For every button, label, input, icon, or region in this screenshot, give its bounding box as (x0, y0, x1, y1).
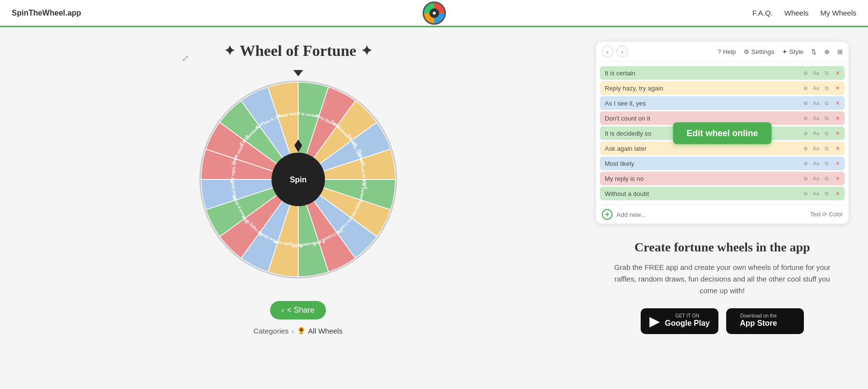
editor-back-btn[interactable]: ‹ (602, 46, 613, 57)
app-store-badge[interactable]: Download on the App Store (726, 308, 804, 334)
share-label: < Share (287, 306, 314, 315)
item-hide-btn[interactable]: ⊗ (801, 70, 810, 76)
breadcrumb-current: 🌻 All Wheels (297, 326, 342, 335)
item-font-btn[interactable]: Aa (812, 130, 820, 136)
list-item: Most likely ⊗ Aa ⧉ ✕ (600, 157, 845, 170)
item-delete-btn[interactable]: ✕ (833, 176, 842, 182)
app-badges: ▶ GET IT ON Google Play Download on the … (596, 308, 849, 334)
item-label: Most likely (600, 157, 798, 170)
nav-wheels[interactable]: Wheels (784, 9, 809, 17)
item-delete-btn[interactable]: ✕ (833, 191, 842, 197)
editor-toolbar-left: ‹ › (602, 46, 628, 57)
editor-tab-help[interactable]: ? Help (717, 48, 736, 55)
item-label: It is certain (600, 66, 798, 80)
list-item: It is certain ⊗ Aa ⧉ ✕ (600, 66, 845, 80)
google-play-bottom: Google Play (665, 318, 710, 329)
item-hide-btn[interactable]: ⊗ (801, 176, 810, 182)
spin-logo (423, 1, 446, 25)
expand-icon[interactable]: ⤢ (182, 53, 189, 64)
editor-forward-btn[interactable]: › (616, 46, 628, 57)
editor-footer: + Text ⟳ Color (596, 205, 849, 224)
style-icon: ✦ (782, 48, 787, 55)
promo-title: Create fortune wheels in the app (596, 240, 849, 255)
item-font-btn[interactable]: Aa (812, 160, 820, 166)
editor-items-list: Edit wheel online It is certain ⊗ Aa ⧉ ✕… (596, 62, 849, 205)
item-font-btn[interactable]: Aa (812, 176, 820, 181)
edit-wheel-online-button[interactable]: Edit wheel online (673, 123, 771, 144)
item-font-btn[interactable]: Aa (812, 145, 820, 151)
left-panel: ✦ Wheel of Fortune ✦ ⤢ (19, 37, 577, 339)
nav-my-wheels[interactable]: My Wheels (820, 9, 856, 17)
app-store-top: Download on the (740, 314, 777, 318)
item-font-btn[interactable]: Aa (812, 70, 820, 76)
item-hide-btn[interactable]: ⊗ (801, 160, 810, 167)
item-actions: ⊗ Aa ⧉ ✕ (798, 115, 845, 122)
item-copy-btn[interactable]: ⧉ (822, 191, 831, 197)
item-hide-btn[interactable]: ⊗ (801, 100, 810, 106)
wheel-title-text: Wheel of Fortune (240, 42, 357, 60)
editor-globe-btn[interactable]: ⊕ (824, 48, 830, 55)
item-actions: ⊗ Aa ⧉ ✕ (798, 85, 845, 91)
share-button[interactable]: ‹ < Share (270, 301, 326, 319)
settings-icon: ⚙ (744, 48, 749, 55)
logo-text: SpinTheWheel.app (12, 9, 81, 18)
promo-section: Create fortune wheels in the app Grab th… (596, 235, 849, 339)
nav-faq[interactable]: F.A.Q. (752, 9, 773, 17)
item-copy-btn[interactable]: ⧉ (822, 160, 831, 167)
item-copy-btn[interactable]: ⧉ (822, 100, 831, 106)
main-content: ✦ Wheel of Fortune ✦ ⤢ (0, 27, 868, 349)
editor-tab-settings[interactable]: ⚙ Settings (744, 48, 774, 55)
item-hide-btn[interactable]: ⊗ (801, 115, 810, 122)
item-font-btn[interactable]: Aa (812, 100, 820, 106)
item-font-btn[interactable]: Aa (812, 85, 820, 91)
google-play-badge[interactable]: ▶ GET IT ON Google Play (641, 308, 718, 334)
item-actions: ⊗ Aa ⧉ ✕ (798, 130, 845, 137)
style-label: Style (789, 48, 803, 55)
breadcrumb-categories[interactable]: Categories (254, 327, 289, 335)
editor-sort-btn[interactable]: ⇅ (811, 48, 817, 55)
item-actions: ⊗ Aa ⧉ ✕ (798, 100, 845, 106)
wheel-title: ✦ Wheel of Fortune ✦ (224, 42, 373, 60)
item-delete-btn[interactable]: ✕ (833, 130, 842, 137)
item-copy-btn[interactable]: ⧉ (822, 85, 831, 91)
item-font-btn[interactable]: Aa (812, 115, 820, 121)
app-store-bottom: App Store (740, 318, 777, 329)
add-item-button[interactable]: + (602, 209, 613, 220)
item-font-btn[interactable]: Aa (812, 191, 820, 196)
google-play-top: GET IT ON (665, 314, 710, 318)
item-hide-btn[interactable]: ⊗ (801, 191, 810, 197)
editor-tab-style[interactable]: ✦ Style (782, 48, 803, 55)
editor-grid-btn[interactable]: ⊞ (837, 48, 843, 55)
item-copy-btn[interactable]: ⧉ (822, 145, 831, 152)
wheel-editor: ‹ › ? Help ⚙ Settings ✦ Style (596, 42, 849, 224)
header-logo (423, 1, 446, 25)
item-copy-btn[interactable]: ⧉ (822, 130, 831, 137)
svg-marker-24 (293, 70, 303, 76)
footer-text-color: Text ⟳ Color (810, 211, 843, 218)
editor-toolbar: ‹ › ? Help ⚙ Settings ✦ Style (596, 42, 849, 62)
breadcrumb-all-wheels-label: All Wheels (308, 327, 342, 335)
item-copy-btn[interactable]: ⧉ (822, 176, 831, 182)
item-label: Without a doubt (600, 187, 798, 200)
item-delete-btn[interactable]: ✕ (833, 70, 842, 76)
item-actions: ⊗ Aa ⧉ ✕ (798, 145, 845, 152)
list-item: Reply hazy, try again ⊗ Aa ⧉ ✕ (600, 81, 845, 95)
item-delete-btn[interactable]: ✕ (833, 160, 842, 167)
item-delete-btn[interactable]: ✕ (833, 85, 842, 91)
settings-label: Settings (751, 48, 774, 55)
item-copy-btn[interactable]: ⧉ (822, 115, 831, 122)
item-actions: ⊗ Aa ⧉ ✕ (798, 191, 845, 197)
item-hide-btn[interactable]: ⊗ (801, 85, 810, 91)
item-delete-btn[interactable]: ✕ (833, 100, 842, 106)
item-copy-btn[interactable]: ⧉ (822, 70, 831, 76)
item-hide-btn[interactable]: ⊗ (801, 145, 810, 152)
item-delete-btn[interactable]: ✕ (833, 115, 842, 122)
add-new-input[interactable] (616, 211, 810, 218)
main-nav: F.A.Q. Wheels My Wheels (752, 9, 856, 17)
item-delete-btn[interactable]: ✕ (833, 145, 842, 152)
app-store-text: Download on the App Store (740, 314, 777, 329)
item-hide-btn[interactable]: ⊗ (801, 130, 810, 137)
sparkle-right-icon: ✦ (361, 43, 372, 59)
wheel-svg[interactable]: It is certain Spin It is certain Reply h… (187, 68, 410, 291)
item-label: As I see it, yes (600, 96, 798, 110)
